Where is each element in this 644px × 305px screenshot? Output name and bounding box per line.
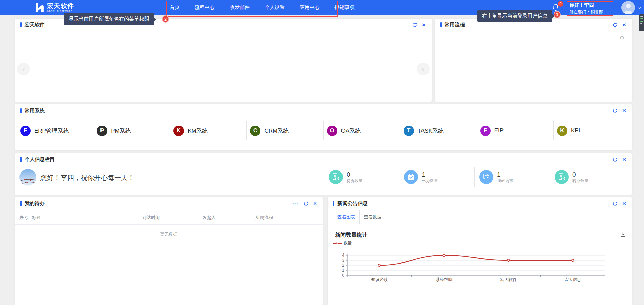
menu-item[interactable]: 报销事项 xyxy=(334,4,355,11)
panel-common-systems: 常用系统 × E ERP管理系统 P PM系统 xyxy=(15,104,632,150)
refresh-icon[interactable] xyxy=(613,108,617,113)
profile-photo[interactable] xyxy=(19,169,36,186)
stat-value: 1 xyxy=(422,171,438,178)
column-header: 序号 xyxy=(19,215,32,221)
stat-icon xyxy=(555,170,569,184)
menu-item[interactable]: 应用中心 xyxy=(299,4,320,11)
svg-text:2: 2 xyxy=(342,263,344,268)
close-icon[interactable]: × xyxy=(622,22,626,28)
panel-title: 个人信息栏目 xyxy=(25,156,55,163)
system-shortcut[interactable]: E EIP xyxy=(477,121,554,140)
panel-accent-bar xyxy=(20,201,22,206)
column-header: 所属流程 xyxy=(255,215,323,221)
close-icon[interactable]: × xyxy=(422,22,426,28)
system-letter-icon: K xyxy=(557,126,567,136)
refresh-icon[interactable] xyxy=(304,201,308,206)
stat-item[interactable]: 0 转办数量 xyxy=(550,167,625,187)
carousel-next-button[interactable]: › xyxy=(417,63,430,75)
system-letter-icon: P xyxy=(97,126,107,136)
minimap-widget[interactable] xyxy=(639,14,644,31)
personal-stats: 0 待办数量 xyxy=(324,167,632,187)
panel-title: 新闻公告信息 xyxy=(337,200,368,207)
panel-my-todo: 我的待办 ··· × 序号 标题 到达时间 发起人 所属流程 暂无数据 xyxy=(15,197,323,305)
svg-text:4: 4 xyxy=(342,253,344,258)
stat-value: 0 xyxy=(347,171,363,178)
menu-item[interactable]: 首页 xyxy=(170,4,180,11)
panel-accent-bar xyxy=(20,22,22,27)
news-tabs: 查看图表 查看数据 xyxy=(328,210,632,224)
refresh-icon[interactable] xyxy=(613,157,617,162)
stat-label: 转办数量 xyxy=(572,178,589,183)
stat-item[interactable]: 0 待办数量 xyxy=(324,167,399,187)
system-shortcut[interactable]: P PM系统 xyxy=(93,121,170,140)
panel-accent-bar xyxy=(20,108,22,113)
carousel-prev-button[interactable]: ‹ xyxy=(17,63,30,75)
svg-text:宏天软件: 宏天软件 xyxy=(500,277,517,282)
chart-legend[interactable]: 数量 xyxy=(333,240,352,246)
stat-label: 我的请求 xyxy=(497,178,513,183)
menu-tooltip: 显示当前用户所属角色有的菜单权限 xyxy=(64,13,154,25)
user-menu-chevron-down-icon[interactable] xyxy=(637,5,641,9)
system-label: KPI xyxy=(571,127,580,134)
brand-name: 宏天软件 xyxy=(47,2,74,10)
system-letter-icon: E xyxy=(480,126,491,136)
system-letter-icon: O xyxy=(327,126,337,136)
system-letter-icon: E xyxy=(20,126,31,136)
panel-personal-info: 个人信息栏目 × 您好 xyxy=(15,153,632,195)
system-shortcut[interactable]: O OA系统 xyxy=(324,121,400,140)
panel-accent-bar xyxy=(20,157,22,162)
refresh-icon[interactable] xyxy=(412,22,417,28)
stat-value: 1 xyxy=(497,171,513,178)
system-label: PM系统 xyxy=(111,127,131,135)
menu-item[interactable]: 个人设置 xyxy=(265,4,285,11)
panel-carousel: 宏天软件 × ‹ › xyxy=(15,19,432,102)
close-icon[interactable]: × xyxy=(622,157,626,162)
system-shortcut[interactable]: C CRM系统 xyxy=(247,121,323,140)
main-menu: 首页 流程中心 收发邮件 个人设置 应用中心 报销事项 xyxy=(170,0,355,15)
user-tooltip-badge: 1 xyxy=(554,11,561,18)
tab-view-data[interactable]: 查看数据 xyxy=(360,210,386,224)
menu-item[interactable]: 收发邮件 xyxy=(230,4,250,11)
system-label: CRM系统 xyxy=(264,127,289,135)
empty-state-text: 暂无数据 xyxy=(15,231,323,237)
close-icon[interactable]: × xyxy=(622,201,626,206)
panel-title: 我的待办 xyxy=(25,200,45,207)
panel-common-flows: 常用流程 × ⚙ xyxy=(435,19,632,102)
gear-icon[interactable]: ⚙ xyxy=(620,35,625,41)
legend-marker-icon xyxy=(333,243,342,244)
system-shortcut[interactable]: K KPI xyxy=(554,121,630,140)
systems-list: E ERP管理系统 P PM系统 K KM系统 C CRM系统 xyxy=(15,121,632,140)
stat-label: 待办数量 xyxy=(347,178,363,183)
stat-item[interactable]: 1 我的请求 xyxy=(475,167,550,187)
app-logo[interactable]: 宏天软件 otent Software xyxy=(35,2,74,13)
system-label: OA系统 xyxy=(341,127,361,135)
tab-view-chart[interactable]: 查看图表 xyxy=(333,210,360,224)
user-department: 所在部门：销售部 xyxy=(569,9,603,15)
user-info[interactable]: 你好！李四 所在部门：销售部 xyxy=(569,2,603,15)
system-label: ERP管理系统 xyxy=(34,127,69,135)
panel-accent-bar xyxy=(333,201,334,206)
system-shortcut[interactable]: E ERP管理系统 xyxy=(17,121,93,140)
menu-item[interactable]: 流程中心 xyxy=(195,4,215,11)
welcome-message: 您好！李四，祝你开心每一天！ xyxy=(40,173,134,182)
column-header: 到达时间 xyxy=(142,215,203,221)
user-tooltip: 右上角显示当前登录用户信息 xyxy=(477,10,552,22)
download-icon[interactable] xyxy=(620,232,626,239)
system-shortcut[interactable]: K KM系统 xyxy=(170,121,247,140)
logo-h-icon xyxy=(35,2,45,13)
refresh-icon[interactable] xyxy=(613,201,617,206)
chart-title: 新闻数量统计 xyxy=(335,232,367,239)
svg-text:系统帮助: 系统帮助 xyxy=(436,277,452,282)
system-letter-icon: T xyxy=(404,126,414,136)
user-avatar[interactable] xyxy=(621,1,635,14)
close-icon[interactable]: × xyxy=(622,108,626,113)
system-shortcut[interactable]: T TASK系统 xyxy=(400,121,477,140)
close-icon[interactable]: × xyxy=(313,201,317,206)
more-options-icon[interactable]: ··· xyxy=(292,201,298,206)
refresh-icon[interactable] xyxy=(613,22,617,28)
panel-title: 常用系统 xyxy=(25,108,45,114)
legend-label: 数量 xyxy=(344,240,352,246)
svg-text:知识必读: 知识必读 xyxy=(371,277,388,282)
line-chart[interactable]: 01234知识必读系统帮助宏天软件宏天信息 xyxy=(328,247,632,287)
stat-item[interactable]: 1 已办数量 xyxy=(399,167,475,187)
